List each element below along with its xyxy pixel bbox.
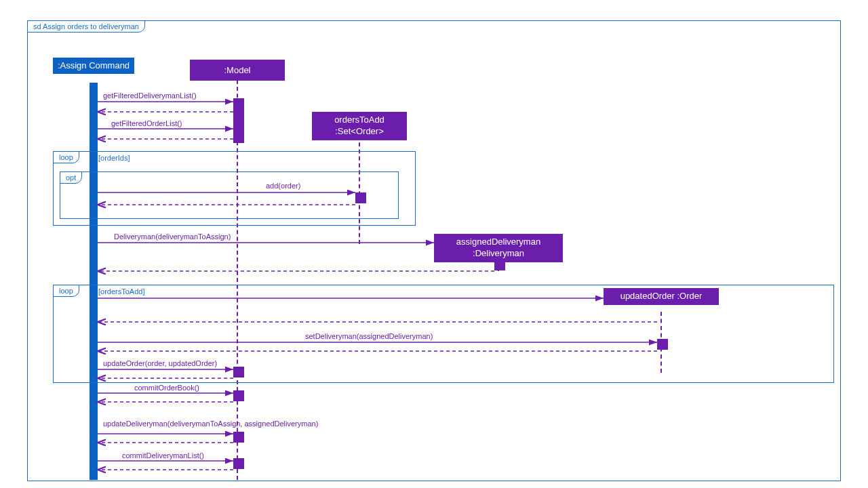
- msg-commitorderbook: commitOrderBook(): [134, 384, 199, 392]
- lifeline-assign-command: :Assign Command: [53, 58, 134, 74]
- fragment-loop2-label: loop: [53, 285, 79, 297]
- msg-getfiltereddeliverymanlist: getFilteredDeliverymanList(): [103, 92, 197, 100]
- fragment-loop-label: loop: [53, 151, 79, 163]
- msg-setdeliveryman: setDeliveryman(assignedDeliveryman): [305, 332, 433, 340]
- activation-model-3: [233, 390, 244, 401]
- lifeline-model: :Model: [190, 60, 285, 81]
- sequence-diagram: sd Assign orders to deliveryman :Assign …: [0, 0, 868, 488]
- activation-model-5: [233, 458, 244, 469]
- activation-assign: [90, 83, 98, 480]
- msg-commitdeliverymanlist: commitDeliverymanList(): [122, 451, 204, 460]
- guard-orderids: [orderIds]: [98, 154, 130, 162]
- activation-deliveryman: [494, 260, 505, 270]
- activation-model-4: [233, 432, 244, 443]
- fragment-opt: opt: [60, 171, 399, 219]
- activation-model-1: [233, 98, 244, 143]
- guard-orderstoadd: [ordersToAdd]: [98, 287, 144, 296]
- sd-frame-title: sd Assign orders to deliveryman: [27, 20, 145, 33]
- msg-add-order: add(order): [266, 182, 300, 190]
- msg-deliveryman-create: Deliveryman(deliverymanToAssign): [114, 232, 231, 241]
- fragment-opt-label: opt: [60, 171, 82, 184]
- fragment-loop-orderstoadd: loop: [53, 285, 834, 383]
- msg-updatedeliveryman: updateDeliveryman(deliverymanToAssign, a…: [103, 420, 318, 428]
- msg-getfilteredorderlist: getFilteredOrderList(): [111, 119, 182, 127]
- msg-updateorder: updateOrder(order, updatedOrder): [103, 359, 217, 367]
